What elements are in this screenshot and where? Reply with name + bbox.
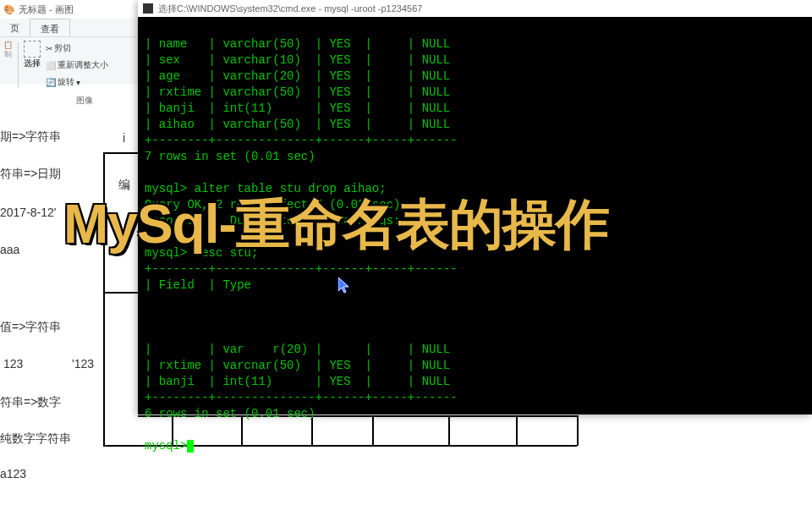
mouse-cursor-icon (338, 277, 352, 294)
table-border: +--------+--------------+------+-----+--… (145, 262, 458, 276)
table-row: | rxtime | varcnar(50) | YES | | NULL (145, 359, 450, 372)
bg-text-1: 期=>字符串 (0, 129, 61, 145)
bg-text-3: 2017-8-12' (0, 206, 57, 219)
cut-button[interactable]: ✂ 剪切 (42, 41, 112, 56)
terminal-titlebar[interactable]: 选择C:\WINDOWS\system32\cmd.exe - mysql -u… (138, 0, 812, 17)
bg-text-6: 123 (0, 357, 23, 371)
bg-text-8: 纯数字字符串 (0, 431, 71, 447)
table-border: +--------+--------------+------+-----+--… (145, 134, 458, 147)
table-row: | banji | int(11) | YES | | NULL (145, 375, 450, 388)
cursor (187, 440, 194, 453)
table-border: +--------+--------------+------+-----+--… (145, 391, 458, 404)
bg-text-2: 符串=>日期 (0, 167, 61, 182)
select-label: 选择 (24, 58, 41, 69)
tab-view[interactable]: 查看 (30, 19, 70, 36)
bg-text-6b: '123 (72, 357, 94, 371)
bg-text-9: a123 (0, 467, 26, 480)
paint-icon: 🎨 (3, 4, 15, 15)
table-row: | age | varchar(20) | YES | | NULL (145, 69, 450, 83)
bg-text-1b: i (123, 131, 125, 145)
paint-title-text: 无标题 - 画图 (19, 3, 74, 16)
mysql-prompt: mysql> (145, 439, 187, 453)
table-row: | name | varchar(50) | YES | | NULL (145, 37, 450, 51)
overlay-title: MySql-重命名表的操作 (63, 188, 609, 261)
bg-text-4: aaa (0, 243, 19, 256)
table-header: | Field | Type (145, 278, 251, 292)
cmd-icon (143, 3, 153, 14)
resize-button[interactable]: ⬜ 重新调整大小 (42, 58, 112, 73)
select-icon[interactable] (24, 41, 41, 58)
tab-page[interactable]: 页 (0, 19, 30, 36)
table-row: | sex | varchar(10) | YES | | NULL (145, 53, 450, 67)
bg-text-5: 值=>字符串 (0, 320, 61, 335)
table-row: | aihao | varchar(50) | YES | | NULL (145, 118, 450, 131)
table-row: | banji | int(11) | YES | | NULL (145, 102, 450, 115)
table-row: | | var r(20) | | | NULL (145, 343, 450, 356)
rotate-button[interactable]: 🔄 旋转▾ (42, 74, 112, 90)
table-row: | rxtime | varchar(50) | YES | | NULL (145, 85, 450, 99)
result-rows: 6 rows in set (0.01 sec) (145, 407, 315, 420)
terminal-title: 选择C:\WINDOWS\system32\cmd.exe - mysql -u… (158, 3, 422, 15)
result-rows: 7 rows in set (0.01 sec) (145, 150, 315, 163)
bg-text-7: 符串=>数字 (0, 395, 61, 410)
